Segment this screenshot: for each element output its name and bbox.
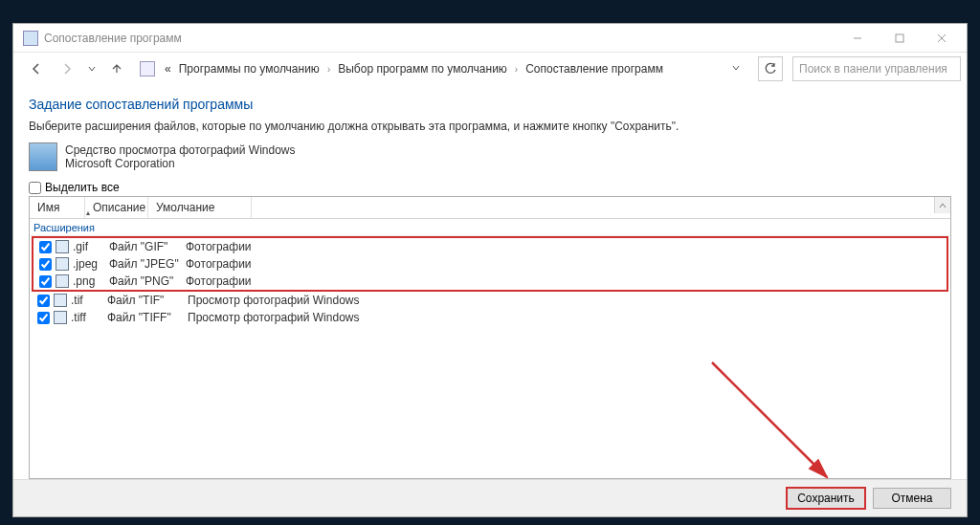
row-extension: .tif	[71, 294, 103, 307]
forward-button[interactable]	[54, 55, 80, 82]
search-input[interactable]: Поиск в панели управления	[792, 56, 961, 81]
filetype-icon	[54, 311, 67, 324]
row-default: Просмотр фотографий Windows	[188, 294, 359, 307]
row-checkbox[interactable]	[39, 258, 52, 271]
row-extension: .tiff	[71, 311, 103, 324]
button-bar: Сохранить Отмена	[13, 479, 967, 516]
minimize-button[interactable]	[836, 25, 879, 52]
close-button[interactable]	[921, 25, 963, 52]
window-frame: Сопоставление программ « Программы по ум…	[12, 23, 968, 517]
recent-dropdown[interactable]	[84, 55, 100, 82]
associations-table: Имя▴ Описание Умолчание Расширения .gif …	[29, 196, 951, 479]
breadcrumb-root[interactable]: «	[165, 62, 171, 76]
maximize-button[interactable]	[879, 25, 921, 52]
filetype-icon	[54, 294, 67, 307]
scroll-up-button[interactable]	[934, 197, 950, 213]
row-checkbox[interactable]	[39, 275, 52, 288]
select-all-label: Выделить все	[45, 181, 120, 194]
table-header: Имя▴ Описание Умолчание	[30, 197, 950, 219]
table-row[interactable]: .gif Файл "GIF" Фотографии	[33, 238, 947, 255]
select-all-checkbox[interactable]: Выделить все	[29, 181, 951, 194]
window-title: Сопоставление программ	[44, 32, 836, 45]
row-checkbox[interactable]	[39, 241, 52, 253]
breadcrumb-icon	[140, 61, 155, 77]
titlebar[interactable]: Сопоставление программ	[13, 24, 967, 53]
row-description: Файл "JPEG"	[109, 257, 182, 271]
breadcrumb-item-1[interactable]: Выбор программ по умолчанию	[338, 62, 507, 76]
table-row[interactable]: .jpeg Файл "JPEG" Фотографии	[33, 255, 947, 273]
highlight-annotation: .gif Файл "GIF" Фотографии .jpeg Файл "J…	[32, 236, 948, 292]
row-default: Просмотр фотографий Windows	[188, 311, 359, 324]
row-extension: .png	[73, 274, 105, 288]
row-default: Фотографии	[186, 274, 252, 288]
program-info: Средство просмотра фотографий Windows Mi…	[29, 142, 951, 171]
cancel-button[interactable]: Отмена	[873, 488, 951, 509]
column-default[interactable]: Умолчание	[148, 197, 252, 218]
row-checkbox[interactable]	[37, 312, 50, 324]
program-company: Microsoft Corporation	[65, 157, 296, 170]
row-description: Файл "TIFF"	[107, 311, 184, 324]
app-icon	[23, 31, 38, 46]
save-button[interactable]: Сохранить	[787, 488, 865, 509]
breadcrumb-item-2[interactable]: Сопоставление программ	[525, 62, 663, 76]
row-default: Фотографии	[186, 240, 252, 253]
table-row[interactable]: .tif Файл "TIF" Просмотр фотографий Wind…	[30, 292, 950, 309]
row-description: Файл "PNG"	[109, 274, 182, 288]
program-name: Средство просмотра фотографий Windows	[65, 143, 296, 157]
chevron-right-icon: ›	[327, 64, 330, 75]
breadcrumb-dropdown[interactable]	[731, 62, 745, 76]
row-checkbox[interactable]	[37, 295, 50, 307]
column-name[interactable]: Имя▴	[30, 197, 85, 218]
group-header: Расширения	[30, 219, 950, 236]
filetype-icon	[56, 240, 69, 253]
select-all-input[interactable]	[29, 182, 41, 194]
chevron-right-icon: ›	[515, 64, 518, 75]
row-default: Фотографии	[186, 257, 252, 271]
row-extension: .gif	[73, 240, 105, 253]
up-button[interactable]	[103, 55, 130, 82]
page-title: Задание сопоставлений программы	[29, 97, 951, 112]
search-placeholder: Поиск в панели управления	[799, 62, 947, 76]
refresh-button[interactable]	[758, 56, 783, 81]
table-row[interactable]: .png Файл "PNG" Фотографии	[33, 273, 947, 290]
back-button[interactable]	[23, 55, 50, 82]
filetype-icon	[56, 274, 69, 288]
breadcrumb-item-0[interactable]: Программы по умолчанию	[179, 62, 320, 76]
row-extension: .jpeg	[73, 257, 105, 271]
content-area: Задание сопоставлений программы Выберите…	[13, 85, 967, 479]
table-row[interactable]: .tiff Файл "TIFF" Просмотр фотографий Wi…	[30, 309, 950, 326]
nav-bar: « Программы по умолчанию › Выбор програм…	[13, 53, 967, 85]
filetype-icon	[56, 257, 69, 271]
row-description: Файл "TIF"	[107, 294, 184, 307]
program-icon	[29, 142, 57, 171]
instruction-text: Выберите расширения файлов, которые по у…	[29, 120, 951, 133]
row-description: Файл "GIF"	[109, 240, 182, 253]
breadcrumb: « Программы по умолчанию › Выбор програм…	[161, 57, 748, 80]
column-description[interactable]: Описание	[85, 197, 148, 218]
svg-rect-1	[896, 34, 903, 42]
